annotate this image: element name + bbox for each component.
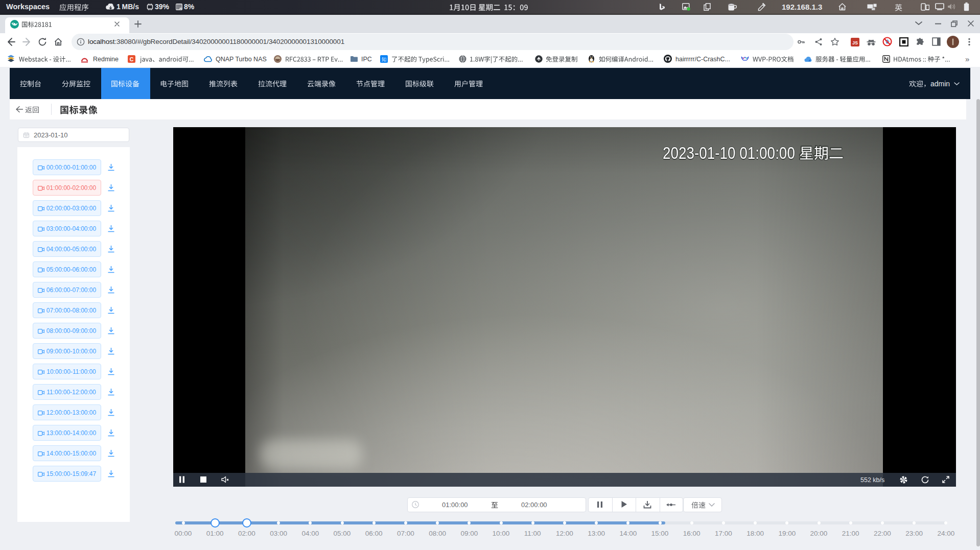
svg-text:JS: JS: [852, 40, 858, 45]
svg-text:C: C: [130, 56, 134, 62]
svg-text:2: 2: [180, 7, 182, 10]
